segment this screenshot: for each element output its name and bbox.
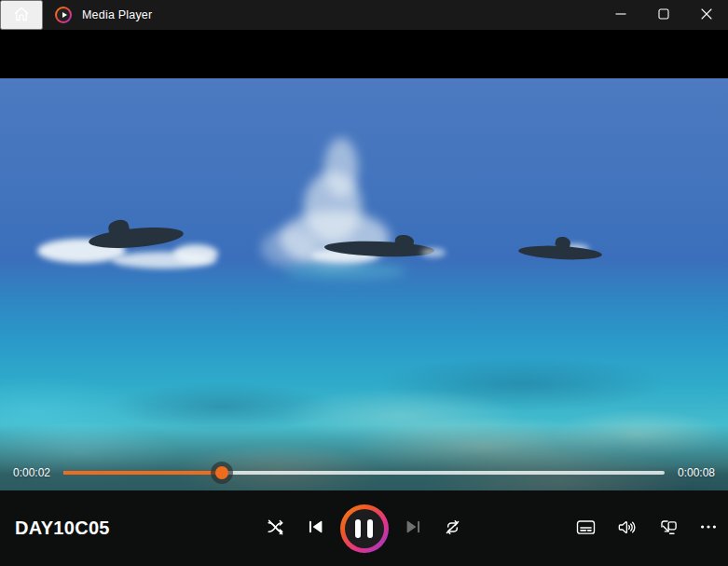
- home-button[interactable]: [0, 0, 43, 30]
- seek-slider[interactable]: [63, 471, 665, 475]
- video-viewport[interactable]: 0:00:02 0:00:08: [0, 30, 728, 490]
- total-time: 0:00:08: [678, 466, 715, 479]
- close-icon: [701, 8, 712, 22]
- whale-left-splash: [173, 244, 218, 263]
- pause-icon: [345, 509, 384, 548]
- close-button[interactable]: [685, 0, 728, 30]
- more-options-button[interactable]: [693, 513, 724, 545]
- minimize-button[interactable]: [599, 0, 642, 30]
- shuffle-off-icon: [266, 518, 285, 540]
- home-icon: [12, 5, 31, 26]
- app-title: Media Player: [82, 8, 152, 21]
- whale-center-underwater-glow: [285, 263, 406, 280]
- mini-player-icon: [658, 518, 678, 540]
- window-controls: [599, 0, 728, 30]
- track-title: DAY10C05: [15, 518, 110, 539]
- seekbar: 0:00:02 0:00:08: [0, 458, 728, 488]
- minimize-icon: [615, 8, 626, 22]
- whale-left-body: [88, 225, 184, 252]
- pause-bar-left: [355, 519, 362, 538]
- next-track-button[interactable]: [397, 513, 429, 545]
- seek-thumb[interactable]: [215, 466, 228, 479]
- media-player-logo-inner: [57, 8, 70, 21]
- play-pause-button[interactable]: [340, 504, 389, 553]
- media-player-window: Media Player: [0, 0, 728, 566]
- media-player-logo-icon: [55, 7, 72, 23]
- maximize-button[interactable]: [642, 0, 685, 30]
- titlebar: Media Player: [0, 0, 728, 30]
- repeat-button[interactable]: [437, 513, 469, 545]
- next-track-icon: [403, 517, 423, 540]
- previous-track-button[interactable]: [300, 513, 332, 545]
- spray-drift: [261, 229, 317, 267]
- more-options-icon: [699, 518, 718, 539]
- logo-play-triangle: [62, 12, 67, 18]
- whale-center-splash: [421, 248, 446, 257]
- previous-track-icon: [306, 517, 326, 540]
- seek-progress: [63, 471, 222, 475]
- maximize-icon: [658, 8, 669, 22]
- volume-icon: [616, 518, 638, 540]
- shuffle-button[interactable]: [260, 513, 292, 545]
- transport-controls: [260, 504, 469, 553]
- playback-controls-bar: DAY10C05: [0, 490, 728, 566]
- pause-bar-right: [367, 519, 374, 538]
- repeat-off-icon: [443, 518, 462, 540]
- secondary-controls: [570, 513, 724, 545]
- mini-player-button[interactable]: [652, 513, 683, 545]
- subtitles-icon: [575, 518, 597, 540]
- whale-center-fin: [394, 234, 414, 248]
- subtitles-button[interactable]: [570, 513, 601, 545]
- volume-button[interactable]: [611, 513, 642, 545]
- current-time: 0:00:02: [13, 466, 50, 479]
